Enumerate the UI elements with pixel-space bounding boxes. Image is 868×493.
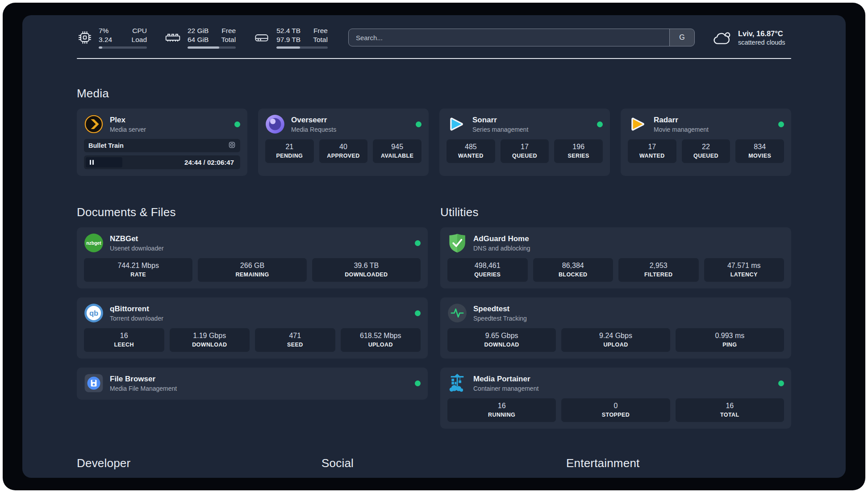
system-stat-cpu-chip: 7%3.24CPULoad — [77, 26, 147, 49]
stat-label: DOWNLOAD — [171, 342, 248, 348]
app-description: Usenet downloader — [110, 245, 164, 252]
stat-label: BLOCKED — [535, 272, 612, 278]
links-row: DeveloperGHGithubgithub.comSOStackOverfl… — [77, 456, 791, 478]
app-card-speedtest[interactable]: SpeedtestSpeedtest Tracking9.65 GbpsDOWN… — [440, 297, 791, 359]
weather-condition: scattered clouds — [738, 39, 785, 46]
section-title-social: Social — [321, 456, 547, 470]
stat-label: UPLOAD — [563, 342, 668, 348]
adguard-icon — [447, 233, 467, 253]
stat-value: 2,953 — [620, 262, 697, 270]
link-group-developer: DeveloperGHGithubgithub.comSOStackOverfl… — [77, 456, 302, 478]
app-card-nzbget[interactable]: nzbgetNZBGetUsenet downloader744.21 Mbps… — [77, 227, 428, 288]
app-description: Speedtest Tracking — [473, 315, 527, 322]
svg-text:qb: qb — [89, 309, 98, 317]
stat-tile-downloaded: 39.6 TBDOWNLOADED — [312, 258, 421, 282]
stat-label: RUNNING — [449, 412, 554, 418]
stat-label: REMAINING — [200, 272, 305, 278]
stat-value: 0 — [563, 402, 668, 410]
stat-value: 485 — [448, 143, 493, 151]
stat-label: DOWNLOADED — [314, 272, 419, 278]
stat-tile-wanted: 17WANTED — [628, 139, 676, 163]
app-card-radarr[interactable]: RadarrMovie management17WANTED22QUEUED83… — [621, 109, 791, 176]
stat-values: 52.4 TB97.9 TB — [276, 26, 300, 44]
dashboard-panel: 7%3.24CPULoad22 GiB64 GiBFreeTotal52.4 T… — [22, 15, 846, 478]
overseerr-icon — [265, 114, 285, 134]
stat-value: 9.65 Gbps — [449, 332, 554, 340]
stat-labels: CPULoad — [132, 26, 147, 44]
app-card-plex[interactable]: PlexMedia serverBullet Train24:44 / 02:0… — [77, 109, 247, 176]
stat-tile-ping: 0.993 msPING — [676, 328, 784, 352]
stat-label: UPLOAD — [342, 342, 419, 348]
stat-tile-download: 1.19 GbpsDOWNLOAD — [170, 328, 250, 352]
app-card-sonarr[interactable]: SonarrSeries management485WANTED17QUEUED… — [439, 109, 610, 176]
radarr-icon — [628, 114, 647, 134]
stat-value: 498,461 — [449, 262, 526, 270]
status-dot — [415, 380, 421, 386]
stat-label: LEECH — [86, 342, 163, 348]
section-title-documents: Documents & Files — [77, 205, 428, 219]
weather-widget[interactable]: Lviv, 16.87°C scattered clouds — [712, 29, 791, 46]
search-input[interactable] — [349, 29, 669, 46]
stat-tile-latency: 47.571 msLATENCY — [704, 258, 785, 282]
svg-text:nzbget: nzbget — [86, 241, 101, 246]
status-dot — [778, 380, 784, 386]
stat-value: 17 — [630, 143, 675, 151]
stat-label: APPROVED — [321, 153, 366, 159]
stat-tile-approved: 40APPROVED — [319, 139, 368, 163]
stat-value: 16 — [677, 402, 782, 410]
search-engine-button[interactable]: G — [669, 29, 694, 46]
status-dot — [234, 121, 240, 127]
playback-progress[interactable] — [86, 157, 122, 167]
stat-label: QUEUED — [684, 153, 729, 159]
stat-value: 40 — [321, 143, 366, 151]
stat-value: 0.993 ms — [677, 332, 782, 340]
stat-tile-download: 9.65 GbpsDOWNLOAD — [447, 328, 556, 352]
stat-value: 17 — [502, 143, 547, 151]
stat-label: QUERIES — [449, 272, 526, 278]
stat-label: QUEUED — [502, 153, 547, 159]
app-name: Speedtest — [473, 305, 527, 313]
stat-tile-leech: 16LEECH — [84, 328, 164, 352]
status-dot — [778, 121, 784, 127]
stat-tile-pending: 21PENDING — [265, 139, 314, 163]
section-title-media: Media — [77, 87, 791, 100]
app-description: Series management — [472, 126, 528, 133]
weather-location-temp: Lviv, 16.87°C — [738, 29, 785, 38]
app-card-adguard[interactable]: AdGuard HomeDNS and adblocking498,461QUE… — [440, 227, 791, 288]
system-stats: 7%3.24CPULoad22 GiB64 GiBFreeTotal52.4 T… — [77, 26, 328, 49]
usage-progress-bar — [188, 46, 236, 49]
app-description: Media File Management — [110, 385, 177, 392]
stat-label: RATE — [86, 272, 191, 278]
status-dot — [597, 121, 603, 127]
app-card-portainer[interactable]: Media PortainerContainer management16RUN… — [440, 368, 791, 429]
qbittorrent-icon: qb — [84, 303, 104, 323]
stat-tile-upload: 9.24 GbpsUPLOAD — [561, 328, 670, 352]
app-name: AdGuard Home — [473, 234, 530, 243]
stat-value: 39.6 TB — [314, 262, 419, 270]
section-title-entertainment: Entertainment — [566, 456, 791, 470]
section-title-developer: Developer — [77, 456, 302, 470]
stat-label: DOWNLOAD — [449, 342, 554, 348]
stat-tile-running: 16RUNNING — [447, 398, 556, 422]
stat-tile-queued: 17QUEUED — [501, 139, 549, 163]
cpu-chip-icon — [77, 29, 93, 46]
app-name: Radarr — [654, 116, 709, 125]
stat-tile-series: 196SERIES — [554, 139, 603, 163]
app-description: Container management — [473, 385, 538, 392]
stat-tile-remaining: 266 GBREMAINING — [198, 258, 306, 282]
app-description: Torrent downloader — [110, 315, 163, 322]
stat-tile-queries: 498,461QUERIES — [447, 258, 528, 282]
app-card-overseerr[interactable]: OverseerrMedia Requests21PENDING40APPROV… — [258, 109, 429, 176]
utilities-cards-column: AdGuard HomeDNS and adblocking498,461QUE… — [440, 227, 791, 429]
search-bar[interactable]: G — [348, 29, 695, 46]
stat-label: PENDING — [267, 153, 312, 159]
stat-labels: FreeTotal — [313, 26, 328, 44]
app-card-qbittorrent[interactable]: qbqBittorrentTorrent downloader16LEECH1.… — [77, 297, 428, 359]
stat-label: WANTED — [448, 153, 493, 159]
app-card-filebrowser[interactable]: File BrowserMedia File Management — [77, 368, 428, 400]
filebrowser-icon — [84, 373, 104, 393]
topbar: 7%3.24CPULoad22 GiB64 GiBFreeTotal52.4 T… — [77, 26, 791, 49]
now-playing-widget[interactable]: Bullet Train24:44 / 02:06:47 — [84, 139, 240, 169]
pause-icon — [90, 159, 95, 167]
stat-tile-movies: 834MOVIES — [735, 139, 784, 163]
